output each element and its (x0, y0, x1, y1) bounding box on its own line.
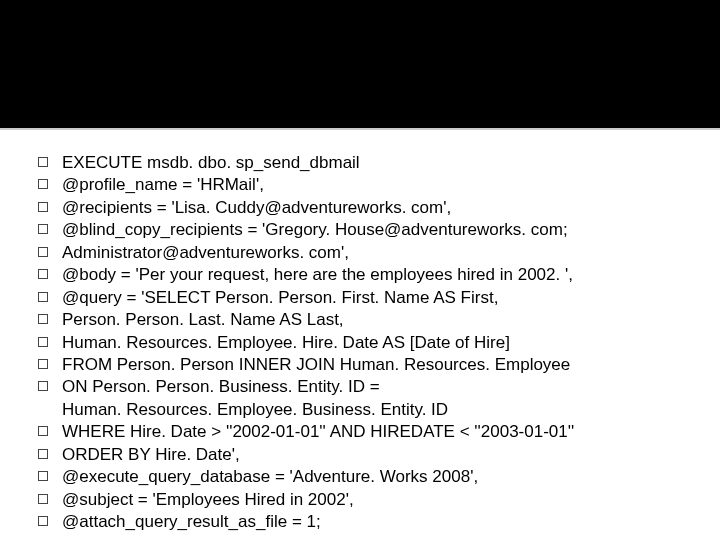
content-body: EXECUTE msdb. dbo. sp_send_dbmail @profi… (0, 130, 720, 540)
bullet-icon (38, 359, 48, 369)
list-item: @execute_query_database = 'Adventure. Wo… (38, 466, 680, 488)
bullet-icon (38, 426, 48, 436)
list-item: FROM Person. Person INNER JOIN Human. Re… (38, 354, 680, 376)
list-item: @recipients = 'Lisa. Cuddy@adventurework… (38, 197, 680, 219)
list-item-text: @blind_copy_recipients = 'Gregory. House… (62, 219, 680, 241)
bullet-icon (38, 292, 48, 302)
bullet-icon (38, 202, 48, 212)
list-item-text: ON Person. Person. Business. Entity. ID … (62, 376, 680, 398)
list-item: WHERE Hire. Date > ''2002-01-01'' AND HI… (38, 421, 680, 443)
bullet-icon (38, 494, 48, 504)
list-item: @blind_copy_recipients = 'Gregory. House… (38, 219, 680, 241)
list-item: @attach_query_result_as_file = 1; (38, 511, 680, 533)
list-item: @query = 'SELECT Person. Person. First. … (38, 287, 680, 309)
list-item: Person. Person. Last. Name AS Last, (38, 309, 680, 331)
bullet-icon (38, 404, 48, 414)
list-item: Administrator@adventureworks. com', (38, 242, 680, 264)
title-band (0, 0, 720, 130)
list-item-text: @profile_name = 'HRMail', (62, 174, 680, 196)
list-item-text: @attach_query_result_as_file = 1; (62, 511, 680, 533)
list-item-text: EXECUTE msdb. dbo. sp_send_dbmail (62, 152, 680, 174)
bullet-icon (38, 337, 48, 347)
list-item: @subject = 'Employees Hired in 2002', (38, 489, 680, 511)
bullet-icon (38, 157, 48, 167)
list-item-text: Person. Person. Last. Name AS Last, (62, 309, 680, 331)
bullet-icon (38, 381, 48, 391)
list-item: Human. Resources. Employee. Business. En… (38, 399, 680, 421)
list-item: ORDER BY Hire. Date', (38, 444, 680, 466)
list-item: @profile_name = 'HRMail', (38, 174, 680, 196)
list-item-text: Administrator@adventureworks. com', (62, 242, 680, 264)
list-item: ON Person. Person. Business. Entity. ID … (38, 376, 680, 398)
bullet-icon (38, 224, 48, 234)
bullet-icon (38, 269, 48, 279)
list-item-text: Human. Resources. Employee. Hire. Date A… (62, 332, 680, 354)
list-item-text: @subject = 'Employees Hired in 2002', (62, 489, 680, 511)
list-item-text: @recipients = 'Lisa. Cuddy@adventurework… (62, 197, 680, 219)
list-item: @body = 'Per your request, here are the … (38, 264, 680, 286)
list-item-text: ORDER BY Hire. Date', (62, 444, 680, 466)
list-item-text: FROM Person. Person INNER JOIN Human. Re… (62, 354, 680, 376)
bullet-icon (38, 471, 48, 481)
list-item-text: @query = 'SELECT Person. Person. First. … (62, 287, 680, 309)
list-item: EXECUTE msdb. dbo. sp_send_dbmail (38, 152, 680, 174)
slide: EXECUTE msdb. dbo. sp_send_dbmail @profi… (0, 0, 720, 540)
bullet-icon (38, 516, 48, 526)
bullet-icon (38, 449, 48, 459)
bullet-icon (38, 247, 48, 257)
list-item-text: WHERE Hire. Date > ''2002-01-01'' AND HI… (62, 421, 680, 443)
bullet-icon (38, 179, 48, 189)
list-item-text: Human. Resources. Employee. Business. En… (62, 399, 680, 421)
list-item-text: @body = 'Per your request, here are the … (62, 264, 680, 286)
bullet-icon (38, 314, 48, 324)
list-item: Human. Resources. Employee. Hire. Date A… (38, 332, 680, 354)
list-item-text: @execute_query_database = 'Adventure. Wo… (62, 466, 680, 488)
